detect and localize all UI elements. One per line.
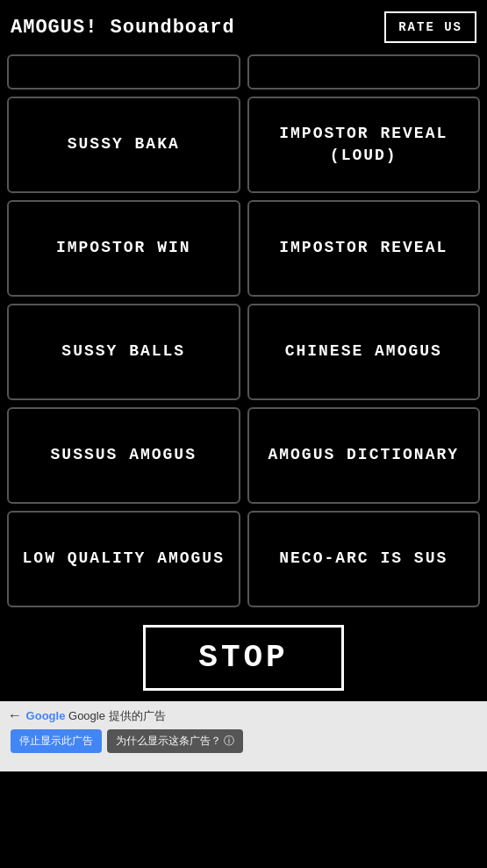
ad-why-showing-button[interactable]: 为什么显示这条广告？ ⓘ [107,729,243,753]
partial-btn-right[interactable] [247,54,481,90]
sound-btn-impostor-reveal[interactable]: IMPOSTOR REVEAL [247,200,481,297]
sound-btn-sussy-baka[interactable]: SUSSY BAKA [7,97,240,193]
ad-info-icon: ⓘ [224,735,234,747]
sound-btn-sussus-amogus[interactable]: SUSSUS AMOGUS [7,407,240,504]
ad-back-arrow[interactable]: ← [11,708,19,724]
ad-stop-showing-button[interactable]: 停止显示此广告 [11,729,102,753]
app-title: AMOGUS! Soundboard [11,17,235,39]
sound-grid: SUSSY BAKAIMPOSTOR REVEAL (LOUD)IMPOSTOR… [0,97,487,614]
stop-button[interactable]: STOP [143,625,343,691]
ad-bottom-row: 停止显示此广告 为什么显示这条广告？ ⓘ [11,729,476,753]
rate-us-button[interactable]: RATE US [384,11,476,43]
ad-banner: ← Google Google 提供的广告 停止显示此广告 为什么显示这条广告？… [0,701,487,771]
ad-why-text: 为什么显示这条广告？ [116,735,221,747]
sound-btn-impostor-win[interactable]: IMPOSTOR WIN [7,200,240,297]
stop-area: STOP [0,614,487,701]
ad-top-row: ← Google Google 提供的广告 [11,708,476,724]
top-partial-row [0,54,487,97]
partial-btn-left[interactable] [7,54,240,90]
ad-label: Google Google 提供的广告 [26,708,166,724]
sound-btn-impostor-reveal-loud[interactable]: IMPOSTOR REVEAL (LOUD) [247,97,481,193]
sound-btn-chinese-amogus[interactable]: CHINESE AMOGUS [247,304,481,400]
app-header: AMOGUS! Soundboard RATE US [0,0,487,54]
ad-google-text: Google [26,709,66,722]
sound-btn-amogus-dictionary[interactable]: AMOGUS DICTIONARY [247,407,481,504]
sound-btn-sussy-balls[interactable]: SUSSY BALLS [7,304,240,400]
ad-provided-text: Google 提供的广告 [68,709,166,722]
sound-btn-neco-arc-is-sus[interactable]: NECO-ARC IS SUS [247,511,481,607]
sound-btn-low-quality-amogus[interactable]: LOW QUALITY AMOGUS [7,511,240,607]
